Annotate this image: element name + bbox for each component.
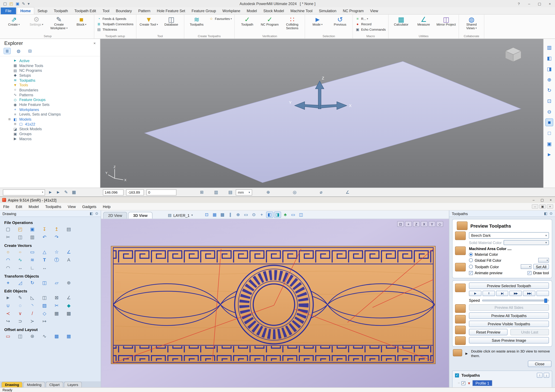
plant-toggle-icon[interactable]: ♣ [282,212,289,218]
menu-model[interactable]: Model [25,204,42,209]
solid-material-color-select[interactable]: ▾ [504,240,549,245]
draw-tool-checkbox[interactable]: ✓ [527,271,531,275]
qat-save-icon[interactable]: ▣ [16,1,19,6]
texture-waves-icon[interactable]: ≋ [29,256,36,263]
block-button[interactable]: ■ Block [72,15,91,27]
measure-button[interactable]: ∠ Measure [414,15,434,27]
shear-tool-icon[interactable]: ▱ [53,279,60,286]
zoom-in-icon[interactable]: ⊕ [235,212,242,218]
tab-home[interactable]: Home [17,7,34,14]
import-vectors-icon[interactable]: ↧ [41,226,48,233]
align-center-icon[interactable]: ⊕ [65,279,73,286]
copy-along-curve-icon[interactable]: ∿ [41,333,48,340]
offset-vectors-icon[interactable]: ▭ [4,333,12,340]
position-z-field[interactable] [146,189,176,195]
transparent-view-icon[interactable]: ▣ [545,140,553,148]
toggle-color-icon[interactable]: ◧ [266,212,273,218]
colliding-sections-button[interactable]: ∷ Colliding Sections [282,15,302,30]
pan-icon[interactable]: + [258,212,265,218]
verify-nc-program-button[interactable]: ✓ NC Program [260,15,280,27]
toolpath-visible-checkbox[interactable]: ✓ [462,381,466,385]
tab-tool[interactable]: Tool [99,7,113,14]
layer-select[interactable]: ▤ LAYER_1 ▾ [168,213,193,218]
previous-selection-button[interactable]: ↺ Previous [330,15,350,27]
bridge-tool-icon[interactable]: ⊃ [16,318,24,325]
tree-item-feature-groups[interactable]: ◇ Feature Groups [3,97,100,102]
print-icon[interactable]: ▤ [65,226,73,233]
menu-file[interactable]: File [0,204,13,209]
mirror-tool-icon[interactable]: ◫ [41,279,48,286]
tab-file[interactable]: File [1,7,16,14]
help-icon[interactable]: ? [514,2,524,6]
select-tool-icon[interactable]: ► [4,294,12,301]
tree-item-tools[interactable]: ▼ Tools [3,83,100,87]
refresh-view-icon[interactable]: ↻ [545,86,553,94]
create-button[interactable]: ⇗ Create [4,15,24,27]
iso-view-icon[interactable]: ◧ [545,54,553,62]
nesting-icon[interactable]: ▩ [53,333,60,340]
multi-view-icon[interactable]: ◫ [297,212,305,218]
join-vectors-icon[interactable]: ∪ [4,302,12,309]
pick-filter-icon[interactable]: ► [47,190,53,195]
settings-button[interactable]: ⚙ Settings [26,15,46,27]
view-cube[interactable] [504,47,522,63]
diameter-icon[interactable]: ⌀ [318,190,324,195]
snap-options-icon[interactable]: ⊞ [199,190,204,195]
ruler-icon[interactable]: ▤ [227,190,233,195]
toolpath-list-item[interactable]: ┈ ✓ ▼ Profile 1 [455,380,549,386]
child-restore-icon[interactable]: ▣ [539,204,546,209]
speed-preset-button[interactable] [536,291,549,296]
animate-preview-checkbox[interactable]: ✓ [469,271,473,275]
probe-icon[interactable]: ◎ [292,190,297,195]
tree-item-hole-feature-sets[interactable]: ◉ Hole Feature Sets [3,102,100,107]
copy-icon[interactable]: ◫ [16,234,24,240]
speed-slider[interactable] [482,299,549,301]
tab-workplane[interactable]: Workplane [219,7,244,14]
tab-feature-group[interactable]: Feature Group [189,7,219,14]
guides-icon[interactable]: ∥ [227,212,234,218]
tree-item-boundaries[interactable]: ○ Boundaries [3,87,100,92]
thickness-button[interactable]: ▤ Thickness [97,28,133,31]
tab-model[interactable]: Model [243,7,260,14]
wireframe-view-icon[interactable]: □ [545,129,553,137]
node-diamond-icon[interactable]: ◇ [41,310,48,317]
tab-modeling[interactable]: Modeling [23,382,45,387]
play-button[interactable]: ▶ [469,291,482,296]
explorer-globe-icon[interactable]: ◍ [15,48,22,54]
tab-view[interactable]: View [367,7,381,14]
tree-item-macros[interactable]: ▶ Macros [3,136,100,141]
tree-item-patterns[interactable]: ∿ Patterns [3,92,100,97]
menu-view[interactable]: View [65,204,79,209]
tree-item-toolpaths[interactable]: ≋ Toolpaths [3,78,100,83]
y-view-icon[interactable]: Y [429,221,435,227]
orbit-view-icon[interactable]: + [405,221,412,227]
open-file-icon[interactable]: ◰ [16,226,24,233]
close-button[interactable]: Close [528,361,552,367]
paste-icon[interactable]: ▥ [29,234,36,240]
text-on-curve-icon[interactable]: ◠ [4,264,12,271]
scale-tool-icon[interactable]: ◿ [16,279,24,286]
tree-item-models[interactable]: ⊞ ◧ Models [3,117,100,121]
explorer-delete-icon[interactable]: ⊟ [26,48,34,54]
zoom-window-icon[interactable]: ▭ [242,212,249,218]
child-close-icon[interactable]: × [547,204,553,209]
tree-item-stock-models[interactable]: ◪ Stock Models [3,127,100,131]
tab-hole-feature-set[interactable]: Hole Feature Set [154,7,189,14]
close-vector-icon[interactable]: ◌ [16,302,24,309]
view-modes-icon[interactable]: ▥ [545,43,553,51]
close-icon[interactable]: × [545,2,555,6]
cube-view-icon[interactable]: ◨ [545,65,553,73]
tree-expander[interactable]: ⊞ [14,122,17,126]
create-workplane-button[interactable]: ✎ Create Workplane [49,15,69,30]
toolpaths-panel-switch-icon[interactable]: ◧ [544,212,548,215]
interactive-transform-icon[interactable]: ◺ [29,294,36,301]
qat-new-icon[interactable]: ▢ [3,1,7,6]
reset-preview-button[interactable]: Reset Preview [469,329,508,335]
preview-all-toolpaths-button[interactable]: Preview All Toolpaths [469,313,549,319]
preview-visible-toolpaths-button[interactable]: Preview Visible Toolpaths [469,321,549,327]
child-minimize-icon[interactable]: – [532,204,538,209]
material-select[interactable]: Beech Dark ▾ [469,232,549,239]
pick-edit-icon[interactable]: ✎ [63,190,69,195]
menu-edit[interactable]: Edit [13,204,25,209]
undo-last-button[interactable]: Undo Last [510,329,549,335]
